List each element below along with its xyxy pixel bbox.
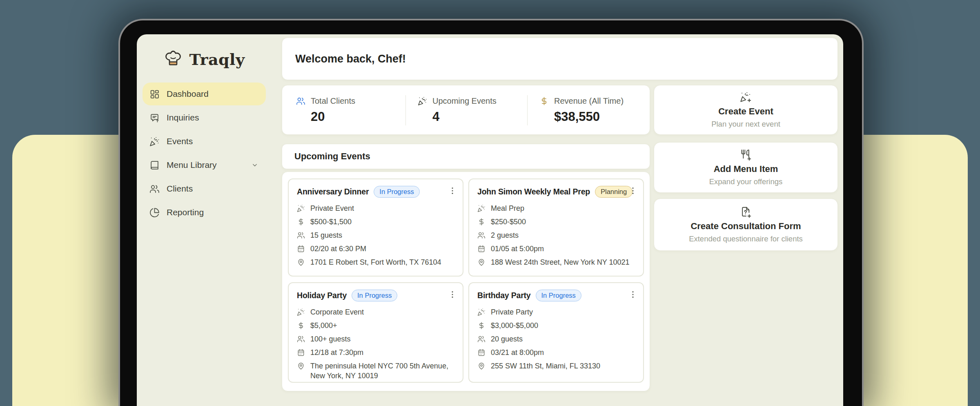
page-title: Welcome back, Chef! — [295, 53, 406, 65]
action-subtitle: Expand your offerings — [709, 177, 783, 186]
map-pin-icon — [297, 362, 305, 370]
sidebar-item-label: Events — [167, 136, 193, 146]
event-title: John Simon Weekly Meal Prep — [477, 187, 590, 196]
event-datetime: 03/21 at 8:00pm — [491, 348, 544, 357]
event-budget: $500-$1,500 — [310, 217, 352, 227]
event-title: Holiday Party — [297, 291, 347, 300]
dollar-sign-icon — [297, 218, 305, 226]
utensils-plus-icon — [740, 149, 752, 161]
event-guests: 100+ guests — [310, 334, 351, 344]
sidebar-item-label: Inquiries — [167, 113, 199, 123]
users-icon — [297, 335, 305, 343]
create-event-button[interactable]: Create Event Plan your next event — [654, 85, 838, 135]
action-subtitle: Plan your next event — [711, 120, 780, 129]
chef-hat-icon — [163, 50, 183, 69]
calendar-icon — [477, 245, 486, 253]
users-icon — [297, 231, 305, 239]
stat-label: Revenue (All Time) — [554, 96, 624, 106]
sidebar-item-reporting[interactable]: Reporting — [143, 201, 266, 224]
event-card-anniversary-dinner[interactable]: Anniversary Dinner In Progress Private E… — [288, 178, 463, 277]
chevron-down-icon[interactable] — [251, 161, 259, 169]
stats-card: Total Clients 20 Upcoming Events 4 — [282, 85, 650, 135]
status-badge: In Progress — [374, 186, 419, 198]
divider — [527, 95, 528, 125]
upcoming-events-list: Anniversary Dinner In Progress Private E… — [282, 172, 650, 391]
action-title: Add Menu Item — [714, 164, 778, 174]
action-title: Create Consultation Form — [690, 221, 801, 232]
tablet-frame: Traqly Dashboard Inquiries Events — [118, 19, 864, 406]
stat-label: Upcoming Events — [432, 96, 497, 106]
stat-revenue: Revenue (All Time) $38,550 — [539, 85, 624, 134]
users-icon — [477, 335, 486, 343]
event-budget: $250-$500 — [491, 217, 526, 227]
event-datetime: 12/18 at 7:30pm — [310, 348, 363, 357]
calendar-icon — [477, 348, 486, 357]
layout-dashboard-icon — [149, 89, 160, 99]
users-icon — [477, 231, 486, 239]
sidebar: Traqly Dashboard Inquiries Events — [137, 34, 272, 406]
welcome-header-card: Welcome back, Chef! — [282, 38, 838, 80]
event-card-birthday-party[interactable]: Birthday Party In Progress Private Party… — [468, 282, 644, 383]
sidebar-item-inquiries[interactable]: Inquiries — [143, 106, 266, 129]
divider — [405, 95, 406, 125]
dollar-sign-icon — [297, 321, 305, 330]
event-datetime: 01/05 at 5:00pm — [491, 244, 544, 254]
sidebar-item-label: Menu Library — [167, 160, 217, 170]
add-menu-item-button[interactable]: Add Menu Item Expand your offerings — [654, 142, 838, 193]
kebab-menu-icon[interactable] — [448, 290, 457, 299]
dollar-sign-icon — [477, 218, 486, 226]
stat-value: 4 — [418, 109, 497, 124]
map-pin-icon — [297, 258, 305, 266]
event-guests: 15 guests — [310, 230, 342, 240]
status-badge: In Progress — [352, 290, 397, 301]
sidebar-item-label: Reporting — [167, 207, 204, 217]
event-card-john-simon-meal-prep[interactable]: John Simon Weekly Meal Prep Planning Mea… — [468, 178, 644, 277]
calendar-icon — [297, 245, 305, 253]
kebab-menu-icon[interactable] — [448, 186, 457, 195]
sidebar-item-menu-library[interactable]: Menu Library — [143, 154, 266, 176]
event-guests: 2 guests — [491, 230, 519, 240]
users-icon — [296, 96, 305, 106]
status-badge: In Progress — [536, 290, 581, 301]
event-title: Anniversary Dinner — [297, 187, 369, 196]
app-name: Traqly — [189, 50, 245, 69]
event-budget: $3,000-$5,000 — [491, 321, 538, 330]
stat-value: $38,550 — [539, 109, 624, 124]
sidebar-nav: Dashboard Inquiries Events Menu Library — [143, 83, 266, 225]
map-pin-icon — [477, 258, 486, 266]
stat-upcoming-events: Upcoming Events 4 — [418, 85, 497, 134]
sidebar-item-events[interactable]: Events — [143, 130, 266, 153]
book-icon — [149, 160, 160, 170]
event-location: 188 West 24th Street, New York NY 10021 — [491, 257, 630, 267]
party-popper-icon — [477, 204, 486, 212]
app-screen: Traqly Dashboard Inquiries Events — [137, 34, 843, 406]
map-pin-icon — [477, 362, 486, 370]
party-popper-icon — [477, 308, 486, 316]
dollar-sign-icon — [477, 321, 486, 330]
file-question-plus-icon — [740, 206, 752, 218]
sidebar-item-label: Clients — [167, 184, 193, 194]
event-location: The peninsula Hotel NYC 700 5th Avenue, … — [310, 361, 455, 381]
party-popper-icon — [149, 136, 160, 147]
upcoming-events-header: Upcoming Events — [282, 144, 650, 169]
stat-total-clients: Total Clients 20 — [296, 85, 355, 134]
sidebar-item-label: Dashboard — [167, 89, 209, 99]
app-logo: Traqly — [137, 50, 272, 69]
kebab-menu-icon[interactable] — [628, 186, 637, 195]
party-popper-icon — [297, 204, 305, 212]
event-type: Corporate Event — [310, 307, 364, 317]
sidebar-item-clients[interactable]: Clients — [143, 177, 266, 200]
party-popper-icon — [297, 308, 305, 316]
action-title: Create Event — [718, 106, 773, 117]
create-consultation-form-button[interactable]: Create Consultation Form Extended questi… — [654, 199, 838, 251]
stat-label: Total Clients — [311, 96, 355, 106]
party-popper-icon — [418, 96, 427, 106]
event-type: Private Party — [491, 307, 533, 317]
status-badge: Planning — [595, 186, 633, 198]
sidebar-item-dashboard[interactable]: Dashboard — [143, 83, 266, 105]
event-card-holiday-party[interactable]: Holiday Party In Progress Corporate Even… — [288, 282, 463, 383]
message-question-icon — [149, 113, 160, 123]
users-icon — [149, 184, 160, 194]
event-type: Meal Prep — [491, 203, 524, 213]
kebab-menu-icon[interactable] — [628, 290, 637, 299]
